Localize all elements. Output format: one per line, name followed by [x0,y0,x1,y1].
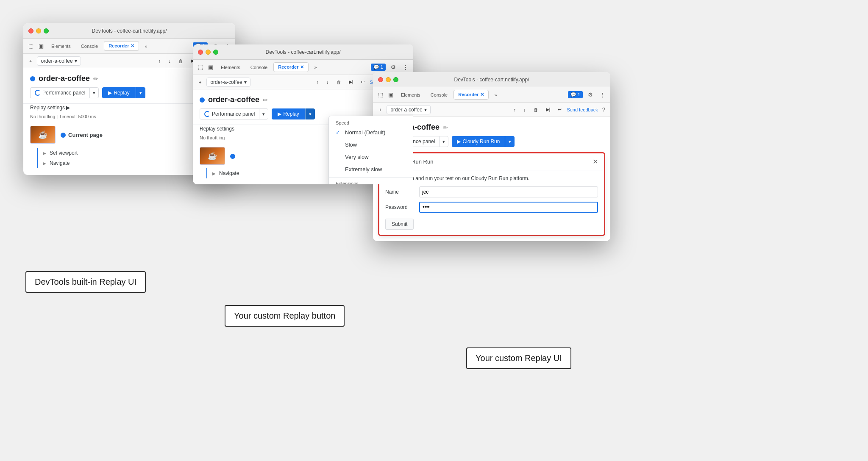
import-btn[interactable]: ↓ [166,57,174,65]
w2-export-btn[interactable]: ↑ [314,78,322,86]
w3-export-btn[interactable]: ↑ [511,106,519,114]
perf-btn-group: Performance panel ▾ [30,87,99,98]
perf-btn-dropdown[interactable]: ▾ [89,87,99,98]
tab-recorder[interactable]: Recorder ✕ [104,41,139,51]
window3-traffic-lights [378,77,398,82]
w3-maximize-button[interactable] [393,77,398,82]
window3-toolbar: + order-a-coffee ▾ ↑ ↓ 🗑 ▶| ↩ Send feedb… [373,103,610,117]
w3-edit-icon[interactable]: ✏ [443,124,448,131]
speed-slow-item[interactable]: Slow [329,139,413,151]
w2-inspector-icon[interactable]: ⬚ [196,63,205,71]
recording-selector-arrow[interactable]: ▾ [75,58,77,64]
w3-more-icon[interactable]: ⋮ [598,91,607,99]
traffic-lights [28,28,49,33]
w2-replay-button[interactable]: ▶ Replay [272,108,305,119]
w2-maximize-button[interactable] [213,50,218,55]
thumbnail-preview: ☕ [31,126,55,143]
submit-button[interactable]: Submit [385,219,414,230]
minimize-button[interactable] [36,28,41,33]
w3-perf-btn-dropdown[interactable]: ▾ [439,136,448,147]
w2-perf-btn-dropdown[interactable]: ▾ [259,108,268,119]
close-button[interactable] [28,28,33,33]
w3-help-icon[interactable]: ? [601,106,607,114]
w3-inspector-icon[interactable]: ⬚ [376,91,385,99]
w2-perf-panel-button[interactable]: Performance panel [200,108,259,119]
delete-btn[interactable]: 🗑 [176,57,186,65]
w3-delete-btn[interactable]: 🗑 [531,106,541,114]
w2-minimize-button[interactable] [206,50,211,55]
w2-add-btn[interactable]: + [196,78,204,86]
w3-cloudy-btn-group: ▶ Cloudy Run Run ▾ [452,136,515,147]
w2-replay-btn-dropdown[interactable]: ▾ [305,108,315,119]
device-icon[interactable]: ▣ [37,42,45,50]
tab-console[interactable]: Console [77,42,102,50]
add-recording-btn[interactable]: + [27,57,34,65]
w3-device-icon[interactable]: ▣ [387,91,395,99]
w2-recording-selector: order-a-coffee [210,79,242,85]
window3-title-bar: DevTools - coffee-cart.netlify.app/ [373,72,610,87]
w2-close-button[interactable] [198,50,203,55]
w3-chat-icon[interactable]: 💬 1 [568,91,583,98]
w3-minimize-button[interactable] [386,77,391,82]
w2-delete-btn[interactable]: 🗑 [334,78,344,86]
w2-settings-icon[interactable]: ⚙ [389,63,398,71]
w2-replay-btn-label: Replay [283,111,299,117]
w3-cloudy-btn-dropdown[interactable]: ▾ [505,136,515,147]
edit-recording-icon[interactable]: ✏ [93,75,98,82]
recording-selector-value: order-a-coffee [41,58,72,64]
perf-panel-button[interactable]: Performance panel [30,87,89,98]
w3-tab-console[interactable]: Console [426,91,452,99]
w2-tab-more[interactable]: » [310,63,321,72]
w2-edit-icon[interactable]: ✏ [263,97,268,103]
w3-recording-selector: order-a-coffee [390,107,422,113]
speed-normal-item[interactable]: ✓ Normal (Default) [329,126,413,139]
speed-extremely-slow-item[interactable]: Extremely slow [329,163,413,175]
w2-perf-refresh-icon [204,111,210,117]
w2-step-play-btn[interactable]: ▶| [346,78,356,86]
w2-selector-arrow[interactable]: ▾ [244,79,247,85]
w2-undo-btn[interactable]: ↩ [358,78,367,86]
w3-undo-btn[interactable]: ↩ [555,106,564,114]
inspector-icon[interactable]: ⬚ [27,42,35,50]
speed-very-slow-item[interactable]: Very slow [329,151,413,163]
replay-button[interactable]: ▶ Replay [102,87,135,98]
w2-chat-icon[interactable]: 💬 1 [371,64,386,71]
w2-tab-elements[interactable]: Elements [217,63,245,72]
recording-title: order-a-coffee [39,74,90,83]
current-page-label: Current page [68,132,103,138]
w3-step-play-btn[interactable]: ▶| [543,106,553,114]
tab-elements[interactable]: Elements [47,42,75,50]
w2-thumbnail-preview: ☕ [200,147,225,164]
w3-cloudy-run-button[interactable]: ▶ Cloudy Run Run [452,136,505,147]
export-btn[interactable]: ↑ [156,57,164,65]
w2-import-btn[interactable]: ↓ [324,78,331,86]
replay-btn-dropdown[interactable]: ▾ [136,87,145,98]
cloudy-panel-close-btn[interactable]: ✕ [593,158,598,166]
w2-tab-bar-icons: 💬 1 ⚙ ⋮ [371,63,410,71]
w3-tab-recorder[interactable]: Recorder ✕ [453,90,488,100]
w2-recording-dot [200,97,205,103]
check-icon: ✓ [336,129,342,136]
w3-add-btn[interactable]: + [376,106,384,114]
w3-import-btn[interactable]: ↓ [521,106,529,114]
window2-title: DevTools - coffee-cart.netlify.app/ [266,49,341,55]
w3-close-button[interactable] [378,77,383,82]
password-input[interactable] [419,202,598,213]
window1-title: DevTools - coffee-cart.netlify.app/ [92,28,167,34]
w2-more-icon[interactable]: ⋮ [401,63,410,71]
w2-tab-console[interactable]: Console [246,63,272,72]
name-input[interactable] [419,186,598,197]
w3-tab-more[interactable]: » [490,91,501,99]
password-form-row: Password [385,202,598,213]
w2-tab-recorder[interactable]: Recorder ✕ [273,62,308,72]
w3-settings-icon[interactable]: ⚙ [586,91,595,99]
w3-selector-arrow[interactable]: ▾ [424,107,427,113]
recording-status-dot [30,76,35,81]
w2-device-icon[interactable]: ▣ [206,63,215,71]
window1-title-bar: DevTools - coffee-cart.netlify.app/ [23,23,235,39]
caption1-text: DevTools built-in Replay UI [35,277,136,286]
w3-tab-elements[interactable]: Elements [397,91,425,99]
maximize-button[interactable] [44,28,49,33]
w3-send-feedback-link[interactable]: Send feedback [567,107,598,112]
tab-more[interactable]: » [141,42,152,50]
